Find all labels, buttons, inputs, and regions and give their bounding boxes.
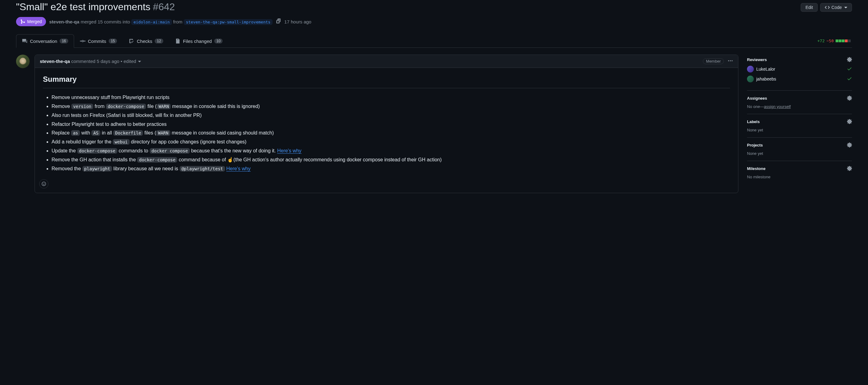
- copy-branch-button[interactable]: [276, 19, 281, 25]
- edit-button[interactable]: Edit: [801, 3, 817, 12]
- list-item: Also run tests on Firefox (Safari is sti…: [52, 112, 730, 119]
- merge-summary: steven-the-qa merged 15 commits into eid…: [49, 19, 273, 24]
- assignees-title: Assignees: [747, 96, 767, 101]
- edited-button[interactable]: edited: [123, 59, 136, 64]
- inline-code: @playwright/test: [180, 166, 225, 171]
- merged-text: merged 15 commits into: [81, 19, 130, 24]
- comment-menu-button[interactable]: [727, 58, 733, 64]
- tab-checks[interactable]: Checks 12: [123, 34, 169, 47]
- from-word: from: [173, 19, 182, 24]
- reviewer-name: jahabeebs: [756, 76, 776, 82]
- list-item: Remove unnecessary stuff from Playwright…: [52, 94, 730, 101]
- role-badge: Member: [703, 58, 724, 64]
- state-badge: Merged: [16, 17, 46, 26]
- inline-code: as: [71, 130, 80, 136]
- tab-files[interactable]: Files changed 10: [169, 34, 229, 47]
- diffstat: +72 −50: [817, 38, 852, 43]
- list-item: Update the docker-compose commands to do…: [52, 147, 730, 155]
- milestone-none: No milestone: [747, 174, 852, 179]
- inline-code: Dockerfile: [113, 130, 143, 136]
- kebab-icon: [727, 58, 733, 64]
- edit-button-label: Edit: [805, 5, 813, 10]
- avatar: [747, 75, 754, 83]
- gear-icon: [847, 96, 852, 101]
- labels-header[interactable]: Labels: [747, 119, 852, 124]
- svg-point-1: [730, 60, 731, 61]
- projects-none: None yet: [747, 151, 852, 156]
- diff-deletions: −50: [827, 38, 834, 43]
- pr-description-comment: steven-the-qa commented 5 days ago • edi…: [35, 55, 738, 193]
- tab-conversation[interactable]: Conversation 16: [16, 34, 74, 48]
- why-link-1[interactable]: Here's why: [277, 148, 302, 154]
- edited-sep: •: [121, 59, 122, 64]
- author-link[interactable]: steven-the-qa: [49, 19, 79, 24]
- head-branch-ref[interactable]: steven-the-qa:pw-small-improvements: [184, 19, 273, 25]
- why-link-2[interactable]: Here's why: [226, 166, 251, 171]
- milestone-header[interactable]: Milestone: [747, 166, 852, 171]
- tab-commits-count: 15: [108, 38, 117, 43]
- state-badge-label: Merged: [27, 19, 42, 24]
- inline-code: WARN: [156, 130, 170, 136]
- inline-code: version: [71, 104, 93, 109]
- gear-icon: [847, 166, 852, 171]
- pr-number: #642: [153, 1, 175, 13]
- commented-word: commented: [71, 59, 95, 64]
- inline-code: WARN: [157, 104, 171, 109]
- tab-checks-count: 12: [155, 38, 163, 43]
- assignees-header[interactable]: Assignees: [747, 96, 852, 101]
- tab-conversation-label: Conversation: [30, 38, 57, 44]
- svg-point-0: [728, 60, 729, 61]
- inline-code: docker-compose: [137, 157, 177, 163]
- inline-code: docker compose: [150, 148, 190, 154]
- git-commit-icon: [80, 38, 86, 44]
- svg-point-2: [732, 60, 733, 61]
- base-branch-ref[interactable]: eidolon-ai:main: [131, 19, 172, 25]
- copy-icon: [276, 19, 281, 24]
- list-item: Replace as with AS in all Dockerfile fil…: [52, 129, 730, 137]
- inline-code: docker-compose: [77, 148, 117, 154]
- reviewer-name: LukeLalor: [756, 67, 775, 71]
- code-icon: [825, 5, 830, 10]
- code-button[interactable]: Code: [820, 3, 852, 12]
- avatar: [747, 66, 754, 72]
- inline-code: AS: [91, 130, 100, 136]
- caret-down-icon: [844, 6, 847, 9]
- approved-check-icon: [847, 76, 852, 82]
- file-diff-icon: [175, 38, 181, 44]
- list-item: Remove the GH action that installs the d…: [52, 156, 730, 164]
- list-item: Add a rebuild trigger for the webui dire…: [52, 138, 730, 146]
- assign-yourself-link[interactable]: assign yourself: [764, 104, 791, 109]
- gear-icon: [847, 57, 852, 62]
- tab-checks-label: Checks: [137, 38, 152, 44]
- labels-title: Labels: [747, 119, 760, 124]
- tab-files-count: 10: [214, 38, 222, 43]
- avatar[interactable]: [16, 55, 30, 68]
- caret-down-icon: [138, 60, 141, 63]
- inline-code: webui: [113, 139, 129, 145]
- reviewers-title: Reviewers: [747, 57, 767, 62]
- add-reaction-button[interactable]: [39, 179, 49, 189]
- merged-time: 17 hours ago: [284, 19, 311, 24]
- tab-files-label: Files changed: [183, 38, 212, 44]
- approved-check-icon: [847, 66, 852, 72]
- gear-icon: [847, 142, 852, 148]
- labels-none: None yet: [747, 128, 852, 132]
- comment-author-link[interactable]: steven-the-qa: [40, 59, 70, 64]
- comment-discussion-icon: [22, 38, 28, 44]
- inline-code: playwright: [83, 166, 112, 171]
- projects-header[interactable]: Projects: [747, 142, 852, 148]
- reviewer-row[interactable]: jahabeebs: [747, 75, 852, 83]
- diff-bar: [836, 39, 851, 42]
- inline-code: docker-compose: [106, 104, 146, 109]
- tab-commits-label: Commits: [88, 38, 106, 44]
- comment-timestamp[interactable]: 5 days ago: [97, 59, 119, 64]
- reviewers-header[interactable]: Reviewers: [747, 57, 852, 62]
- list-item: Removed the playwright library because a…: [52, 165, 730, 173]
- list-item: Refactor Playwright test to adhere to be…: [52, 121, 730, 128]
- checklist-icon: [129, 38, 134, 44]
- list-item: Remove version from docker-compose file …: [52, 103, 730, 110]
- tab-commits[interactable]: Commits 15: [74, 34, 123, 47]
- reviewer-row[interactable]: LukeLalor: [747, 66, 852, 72]
- gear-icon: [847, 119, 852, 124]
- no-assignee-text: No one—: [747, 104, 764, 109]
